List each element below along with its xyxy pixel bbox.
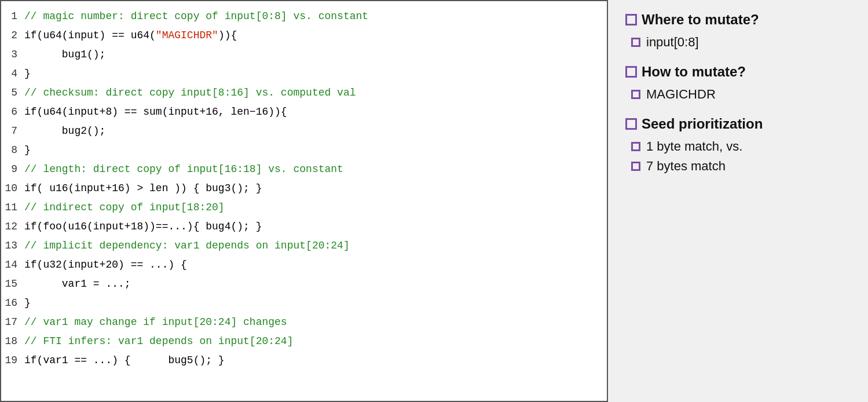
line-number: 8 xyxy=(1,141,22,160)
right-panel: Where to mutate?input[0:8]How to mutate?… xyxy=(608,0,868,402)
code-line: 14if(u32(input+20) == ...) { xyxy=(1,255,607,275)
line-number: 6 xyxy=(1,103,22,122)
code-line: 11// indirect copy of input[18:20] xyxy=(1,198,607,217)
section-block-1: How to mutate?MAGICHDR xyxy=(625,64,851,102)
line-content: // implicit dependency: var1 depends on … xyxy=(22,236,607,255)
item-text: input[0:8] xyxy=(646,35,699,50)
line-content: } xyxy=(22,141,607,160)
code-line: 5// checksum: direct copy input[8:16] vs… xyxy=(1,83,607,103)
line-number: 10 xyxy=(1,179,22,198)
section-item-2-1: 7 bytes match xyxy=(625,159,851,174)
item-text: 7 bytes match xyxy=(646,159,726,174)
line-content: // indirect copy of input[18:20] xyxy=(22,198,607,217)
line-content: } xyxy=(22,294,607,313)
code-line: 13// implicit dependency: var1 depends o… xyxy=(1,236,607,255)
line-number: 7 xyxy=(1,122,22,141)
line-number: 14 xyxy=(1,255,22,275)
line-number: 19 xyxy=(1,351,22,370)
code-panel: 1// magic number: direct copy of input[0… xyxy=(0,0,608,402)
item-text: 1 byte match, vs. xyxy=(646,139,742,154)
item-square-icon xyxy=(631,142,640,151)
section-title-2: Seed prioritization xyxy=(625,116,851,132)
line-number: 17 xyxy=(1,313,22,332)
line-content: // FTI infers: var1 depends on input[20:… xyxy=(22,332,607,351)
item-text: MAGICHDR xyxy=(646,87,716,102)
line-number: 4 xyxy=(1,64,22,83)
line-number: 16 xyxy=(1,294,22,313)
code-line: 10if( u16(input+16) > len )) { bug3(); } xyxy=(1,179,607,198)
line-content: if( u16(input+16) > len )) { bug3(); } xyxy=(22,179,607,198)
section-block-0: Where to mutate?input[0:8] xyxy=(625,12,851,50)
line-content: bug1(); xyxy=(22,45,607,64)
line-number: 18 xyxy=(1,332,22,351)
line-number: 2 xyxy=(1,26,22,45)
section-title-0: Where to mutate? xyxy=(625,12,851,28)
line-content: // magic number: direct copy of input[0:… xyxy=(22,7,607,26)
section-item-0-0: input[0:8] xyxy=(625,35,851,50)
code-line: 3 bug1(); xyxy=(1,45,607,64)
line-number: 11 xyxy=(1,198,22,217)
line-content: var1 = ...; xyxy=(22,275,607,294)
code-line: 18// FTI infers: var1 depends on input[2… xyxy=(1,332,607,351)
line-content: if(var1 == ...) { bug5(); } xyxy=(22,351,607,370)
section-item-1-0: MAGICHDR xyxy=(625,87,851,102)
section-title-text: How to mutate? xyxy=(642,64,746,80)
line-content: if(foo(u16(input+18))==...){ bug4(); } xyxy=(22,217,607,236)
code-line: 17// var1 may change if input[20:24] cha… xyxy=(1,313,607,332)
line-number: 9 xyxy=(1,160,22,179)
line-content: // checksum: direct copy input[8:16] vs.… xyxy=(22,83,607,103)
line-content: if(u64(input) == u64("MAGICHDR")){ xyxy=(22,26,607,45)
section-title-text: Where to mutate? xyxy=(642,12,759,28)
line-number: 13 xyxy=(1,236,22,255)
code-line: 1// magic number: direct copy of input[0… xyxy=(1,7,607,26)
line-content: if(u64(input+8) == sum(input+16, len−16)… xyxy=(22,103,607,122)
item-square-icon xyxy=(631,38,640,47)
section-square-icon xyxy=(625,14,637,25)
line-content: } xyxy=(22,64,607,83)
code-line: 4} xyxy=(1,64,607,83)
code-line: 2if(u64(input) == u64("MAGICHDR")){ xyxy=(1,26,607,45)
item-square-icon xyxy=(631,90,640,99)
line-content: // var1 may change if input[20:24] chang… xyxy=(22,313,607,332)
line-number: 3 xyxy=(1,45,22,64)
code-line: 16} xyxy=(1,294,607,313)
code-line: 15 var1 = ...; xyxy=(1,275,607,294)
section-title-text: Seed prioritization xyxy=(642,116,763,132)
line-content: bug2(); xyxy=(22,122,607,141)
section-item-2-0: 1 byte match, vs. xyxy=(625,139,851,154)
line-content: // length: direct copy of input[16:18] v… xyxy=(22,160,607,179)
section-square-icon xyxy=(625,66,637,78)
item-square-icon xyxy=(631,162,640,171)
code-line: 8} xyxy=(1,141,607,160)
code-line: 9// length: direct copy of input[16:18] … xyxy=(1,160,607,179)
section-block-2: Seed prioritization1 byte match, vs.7 by… xyxy=(625,116,851,174)
section-square-icon xyxy=(625,118,637,130)
line-content: if(u32(input+20) == ...) { xyxy=(22,255,607,275)
line-number: 5 xyxy=(1,83,22,103)
line-number: 1 xyxy=(1,7,22,26)
code-line: 6if(u64(input+8) == sum(input+16, len−16… xyxy=(1,103,607,122)
code-line: 12if(foo(u16(input+18))==...){ bug4(); } xyxy=(1,217,607,236)
line-number: 15 xyxy=(1,275,22,294)
code-line: 7 bug2(); xyxy=(1,122,607,141)
section-title-1: How to mutate? xyxy=(625,64,851,80)
line-number: 12 xyxy=(1,217,22,236)
code-line: 19if(var1 == ...) { bug5(); } xyxy=(1,351,607,370)
